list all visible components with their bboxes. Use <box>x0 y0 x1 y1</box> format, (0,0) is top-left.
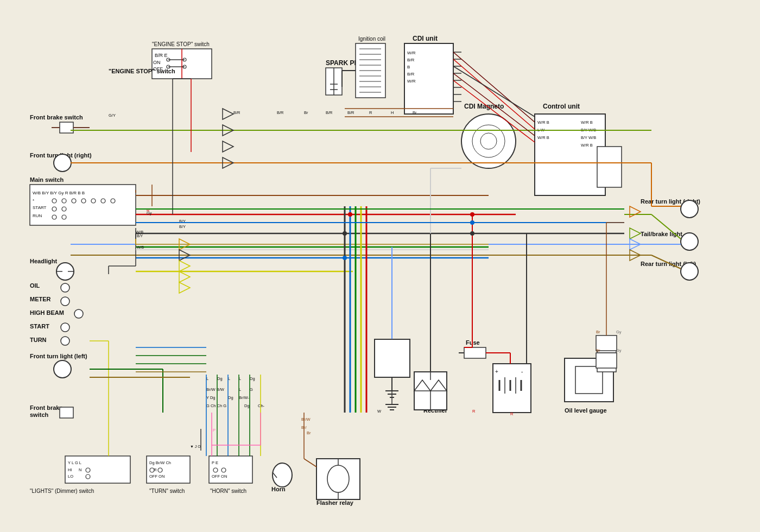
svg-text:B/R: B/R <box>347 110 354 115</box>
svg-text:R: R <box>369 110 372 115</box>
svg-text:START: START <box>33 205 47 210</box>
svg-rect-89 <box>60 122 73 133</box>
svg-point-85 <box>61 323 69 332</box>
svg-text:W/R B: W/R B <box>537 120 549 125</box>
svg-text:B/Y: B/Y <box>179 224 186 229</box>
svg-text:Front brake switch: Front brake switch <box>30 114 83 121</box>
svg-text:-: - <box>521 369 523 375</box>
svg-point-97 <box>681 233 698 250</box>
svg-text:Oil level gauge: Oil level gauge <box>565 407 607 414</box>
svg-text:B: B <box>407 65 410 69</box>
svg-rect-48 <box>535 114 605 195</box>
svg-text:B/R  E: B/R E <box>155 53 168 58</box>
svg-text:HI: HI <box>68 467 72 472</box>
svg-point-87 <box>61 337 69 345</box>
svg-text:W/R: W/R <box>407 50 416 55</box>
svg-text:G  Ch  Ch  G: G Ch Ch G <box>206 403 226 408</box>
svg-text:Y  L  G  L: Y L G L <box>68 460 81 465</box>
svg-rect-135 <box>375 339 410 377</box>
svg-text:Br: Br <box>596 348 600 353</box>
svg-text:Dg: Dg <box>250 376 255 381</box>
svg-text:Tail/brake light: Tail/brake light <box>641 231 682 237</box>
svg-text:ON: ON <box>153 60 161 65</box>
svg-point-127 <box>273 463 292 487</box>
svg-point-285 <box>470 231 474 236</box>
svg-text:Y  Dg: Y Dg <box>206 395 216 400</box>
svg-text:Control unit: Control unit <box>543 103 580 110</box>
svg-text:Br: Br <box>413 110 417 115</box>
svg-point-282 <box>343 231 347 236</box>
svg-text:Front turn light (left): Front turn light (left) <box>30 353 87 359</box>
svg-text:R: R <box>472 409 476 414</box>
svg-text:Br/W-: Br/W- <box>239 395 250 400</box>
svg-point-81 <box>61 297 69 306</box>
svg-text:OIL: OIL <box>30 282 40 289</box>
svg-text:G: G <box>250 387 253 392</box>
svg-text:P: P <box>213 428 216 433</box>
svg-rect-56 <box>597 147 622 187</box>
svg-rect-147 <box>464 347 486 358</box>
svg-text:"HORN" switch: "HORN" switch <box>210 488 246 494</box>
svg-point-101 <box>54 360 71 378</box>
svg-text:H: H <box>391 110 394 115</box>
svg-text:"LIGHTS" (Dimmer) switch: "LIGHTS" (Dimmer) switch <box>30 488 94 494</box>
svg-text:W/B: W/B <box>137 245 144 249</box>
svg-point-286 <box>470 212 474 217</box>
svg-text:"ENGINE STOP" switch: "ENGINE STOP" switch <box>152 41 210 47</box>
svg-text:Main switch: Main switch <box>30 176 64 183</box>
svg-text:B/Y W/B: B/Y W/B <box>581 135 596 140</box>
svg-text:B/R: B/R <box>407 72 415 77</box>
svg-text:Ignition coil: Ignition coil <box>358 36 385 42</box>
svg-text:Br: Br <box>596 330 600 334</box>
svg-rect-308 <box>596 353 617 368</box>
svg-text:Ch-: Ch- <box>258 403 265 408</box>
svg-text:OFF  ON: OFF ON <box>149 474 164 479</box>
svg-point-293 <box>470 220 474 225</box>
svg-point-93 <box>54 154 71 172</box>
svg-text:"TURN" switch: "TURN" switch <box>149 488 185 494</box>
wiring-svg: "ENGINE STOP" switch B/R E ON OFF SPARK … <box>0 0 760 532</box>
svg-text:Br: Br <box>304 110 308 115</box>
svg-text:Gy: Gy <box>616 330 622 334</box>
svg-point-283 <box>343 256 347 260</box>
svg-text:Dg: Dg <box>228 395 233 400</box>
svg-point-83 <box>74 309 83 318</box>
svg-text:P  E: P E <box>212 460 218 465</box>
svg-text:W/B B/Y B/Y  Gy  R  B/R B  B: W/B B/Y B/Y Gy R B/R B B <box>33 191 85 195</box>
svg-text:W/R B: W/R B <box>581 143 593 148</box>
svg-text:Front brake: Front brake <box>30 404 63 411</box>
svg-text:LO: LO <box>68 474 73 479</box>
svg-text:B/R: B/R <box>407 58 415 62</box>
svg-text:W: W <box>377 409 382 414</box>
svg-text:CDI unit: CDI unit <box>413 35 438 42</box>
svg-text:B/R: B/R <box>233 110 240 115</box>
svg-text:START: START <box>30 323 49 330</box>
svg-text:B/Y: B/Y <box>137 234 143 238</box>
svg-text:B/R: B/R <box>326 110 333 115</box>
svg-point-79 <box>61 283 69 292</box>
svg-text:Br/W B/W: Br/W B/W <box>206 387 225 392</box>
svg-text:Gy: Gy <box>616 348 622 353</box>
svg-rect-104 <box>60 407 73 418</box>
svg-text:W/R B: W/R B <box>581 120 593 125</box>
svg-text:*: * <box>33 198 34 203</box>
svg-text:Br: Br <box>307 430 311 435</box>
svg-point-284 <box>348 212 352 217</box>
svg-text:Dg: Dg <box>244 403 250 408</box>
svg-text:RUN: RUN <box>33 213 42 218</box>
svg-text:Headlight: Headlight <box>30 258 57 264</box>
svg-text:W/R: W/R <box>407 79 416 84</box>
svg-text:B/R: B/R <box>277 110 284 115</box>
svg-text:Dg: Dg <box>217 376 223 381</box>
svg-text:switch: switch <box>30 411 49 418</box>
svg-text:OFF ON: OFF ON <box>212 474 227 479</box>
svg-text:G/Y: G/Y <box>109 113 116 118</box>
wiring-diagram-page: WIRING DIAGRAM Yamaha QT50 CDI MAGNETO L… <box>0 0 760 532</box>
svg-text:R: R <box>510 411 514 416</box>
svg-point-99 <box>681 263 698 280</box>
svg-text:Flasher relay: Flasher relay <box>316 499 354 506</box>
svg-text:N: N <box>79 467 81 472</box>
svg-text:METER: METER <box>30 296 51 302</box>
svg-text:TURN: TURN <box>30 337 47 343</box>
svg-point-95 <box>681 200 698 218</box>
